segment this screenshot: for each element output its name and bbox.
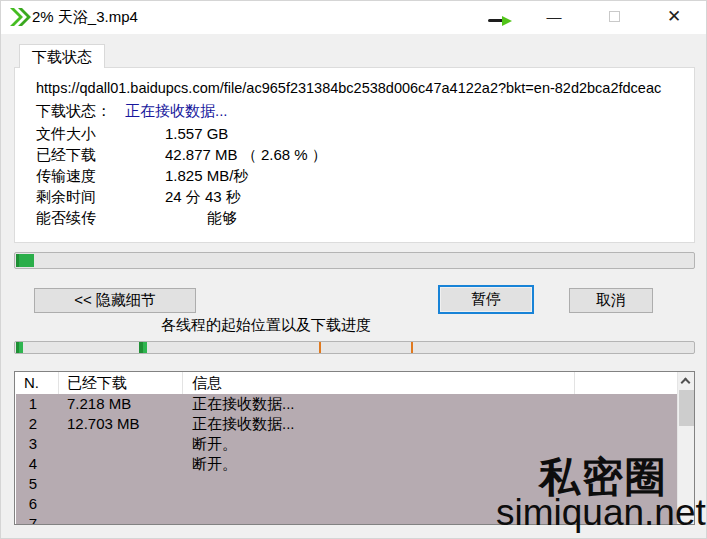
cell-n: 5 (22, 475, 44, 492)
table-row[interactable]: 2 12.703 MB 正在接收数据... (16, 414, 677, 434)
info-label: 剩余时间 (36, 188, 96, 205)
minimize-button[interactable]: — (537, 1, 571, 31)
info-row-time-left: 剩余时间 24 分 43 秒 (36, 188, 676, 208)
cell-n: 6 (22, 495, 44, 512)
cell-info: 断开。 (192, 435, 237, 454)
download-status-panel: https://qdall01.baidupcs.com/file/ac965f… (14, 67, 695, 243)
scrollbar-thumb[interactable] (679, 390, 694, 426)
cell-info: 正在接收数据... (192, 395, 295, 414)
column-separator (182, 372, 183, 394)
info-row-downloaded: 已经下载 42.877 MB （ 2.68 % ） (36, 146, 676, 166)
cell-n: 7 (22, 515, 44, 524)
close-button[interactable]: ✕ (657, 1, 691, 31)
info-value: 1.825 MB/秒 (165, 167, 248, 186)
cell-info: 断开。 (192, 455, 237, 474)
pause-button[interactable]: 暂停 (438, 285, 534, 314)
table-header: N. 已经下载 信息 (15, 372, 677, 394)
info-label: 文件大小 (36, 125, 96, 142)
cell-n: 2 (22, 415, 44, 432)
download-dialog-window: 2% 天浴_3.mp4 — ✕ 下载状态 https://qdall01.bai… (0, 0, 707, 539)
progress-fill (16, 254, 34, 267)
scroll-up-button[interactable] (678, 372, 695, 389)
maximize-button[interactable] (597, 1, 631, 31)
download-url: https://qdall01.baidupcs.com/file/ac965f… (36, 80, 688, 96)
header-downloaded[interactable]: 已经下载 (67, 374, 127, 393)
thread-marker (319, 342, 321, 353)
header-info[interactable]: 信息 (192, 374, 222, 393)
titlebar: 2% 天浴_3.mp4 — ✕ (1, 1, 707, 34)
status-label: 下载状态： (36, 102, 111, 121)
thread-marker (411, 342, 413, 353)
cell-n: 1 (22, 395, 44, 412)
chevron-up-icon (681, 378, 691, 388)
watermark-url: simiquan.net (496, 492, 706, 534)
cell-n: 4 (22, 455, 44, 472)
cell-n: 3 (22, 435, 44, 452)
info-label: 传输速度 (36, 167, 96, 184)
app-double-chevron-icon (9, 7, 31, 31)
cell-info: 正在接收数据... (192, 415, 295, 434)
column-separator (574, 372, 575, 394)
cancel-button[interactable]: 取消 (569, 288, 653, 313)
window-title: 2% 天浴_3.mp4 (32, 8, 138, 27)
info-label: 能否续传 (36, 209, 96, 226)
thread-bar (14, 341, 695, 354)
column-separator (58, 372, 59, 394)
info-row-speed: 传输速度 1.825 MB/秒 (36, 167, 676, 187)
threads-caption: 各线程的起始位置以及下载进度 (161, 316, 371, 335)
cell-downloaded: 12.703 MB (67, 415, 140, 432)
info-value: 1.557 GB (165, 125, 228, 142)
thread-progress-segment (16, 342, 23, 353)
header-n[interactable]: N. (24, 374, 39, 391)
info-row-filesize: 文件大小 1.557 GB (36, 125, 676, 145)
tab-download-status[interactable]: 下载状态 (19, 44, 105, 68)
cell-downloaded: 7.218 MB (67, 395, 131, 412)
info-row-resumable: 能否续传 能够 (36, 209, 676, 229)
main-progress-bar (14, 252, 695, 269)
drop-arrow-icon (488, 16, 514, 25)
info-value: 24 分 43 秒 (165, 188, 241, 207)
info-label: 已经下载 (36, 146, 96, 163)
info-value: 42.877 MB （ 2.68 % ） (165, 146, 327, 165)
maximize-icon (609, 11, 620, 22)
thread-progress-segment (139, 342, 147, 353)
hide-details-button[interactable]: << 隐藏细节 (34, 288, 196, 313)
table-row[interactable]: 1 7.218 MB 正在接收数据... (16, 394, 677, 414)
status-value-link[interactable]: 正在接收数据... (125, 102, 228, 121)
info-value: 能够 (207, 209, 237, 228)
